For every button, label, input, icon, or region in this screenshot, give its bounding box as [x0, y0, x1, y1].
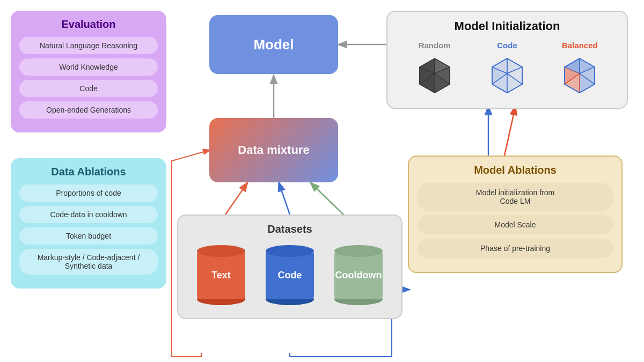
code-cylinder: Code: [266, 245, 314, 305]
icosahedron-code: [486, 54, 529, 97]
ablation-item-0: Proportions of code: [19, 184, 158, 202]
cooldown-cylinder: Cooldown: [334, 245, 383, 305]
text-cylinder: Text: [197, 245, 245, 305]
model-ablations-right-title: Model Ablations: [418, 164, 613, 176]
model-ablations-right-box: Model Ablations Model initialization fro…: [408, 156, 623, 273]
model-abl-item-1: Model Scale: [418, 215, 613, 234]
datasets-title: Datasets: [187, 223, 393, 235]
init-option-code: Code: [486, 41, 529, 97]
icosahedron-random: [413, 54, 456, 97]
ablation-item-3: Markup-style / Code-adjacent / Synthetic…: [19, 249, 158, 275]
data-ablations-left-title: Data Ablations: [19, 166, 158, 178]
model-abl-item-2: Phase of pre-training: [418, 239, 613, 258]
svg-line-2: [279, 183, 290, 215]
init-options-row: Random: [398, 41, 616, 97]
init-label-random: Random: [419, 41, 451, 50]
init-option-balanced: Balanced: [558, 41, 601, 97]
eval-item-code: Code: [19, 80, 158, 97]
svg-line-1: [225, 183, 247, 215]
model-title: Model: [253, 36, 294, 53]
cylinders-row: Text Code Cooldown: [187, 245, 393, 305]
eval-item-nlr: Natural Language Reasoning: [19, 37, 158, 54]
model-abl-item-0: Model initialization fromCode LM: [418, 183, 613, 211]
icosahedron-balanced: [558, 54, 601, 97]
diagram-container: Evaluation Natural Language Reasoning Wo…: [0, 0, 644, 362]
ablation-item-2: Token budget: [19, 227, 158, 245]
data-ablations-left-box: Data Ablations Proportions of code Code-…: [11, 158, 166, 289]
ablation-item-1: Code-data in cooldown: [19, 206, 158, 223]
model-box: Model: [209, 15, 338, 74]
text-cyl-body: Text: [197, 251, 245, 299]
code-cyl-top: [266, 245, 314, 257]
evaluation-box: Evaluation Natural Language Reasoning Wo…: [11, 11, 166, 132]
data-mixture-box: Data mixture: [209, 118, 338, 182]
svg-line-3: [311, 183, 343, 215]
init-label-code: Code: [497, 41, 517, 50]
text-cyl-top: [197, 245, 245, 257]
evaluation-title: Evaluation: [19, 18, 158, 31]
eval-item-wk: World Knowledge: [19, 58, 158, 76]
cooldown-cyl-body: Cooldown: [334, 251, 383, 299]
cooldown-cyl-top: [334, 245, 383, 257]
init-option-random: Random: [413, 41, 456, 97]
code-cyl-body: Code: [266, 251, 314, 299]
datasets-box: Datasets Text Code Cooldown: [177, 215, 402, 319]
svg-line-6: [504, 107, 515, 156]
eval-item-oeg: Open-ended Generations: [19, 101, 158, 119]
data-mixture-title: Data mixture: [238, 143, 309, 157]
model-init-title: Model Initialization: [398, 19, 616, 33]
model-initialization-box: Model Initialization Random: [386, 11, 628, 109]
init-label-balanced: Balanced: [562, 41, 598, 50]
